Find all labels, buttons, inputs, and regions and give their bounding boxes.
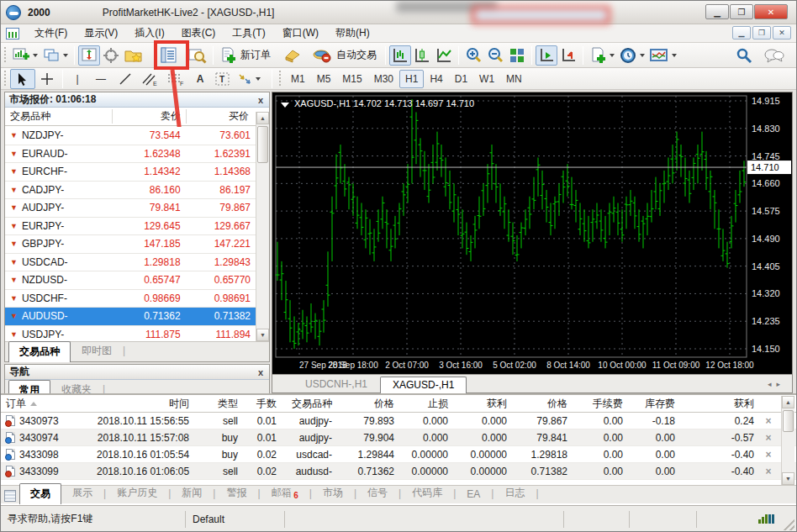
column-commission[interactable]: 手续费 xyxy=(573,397,628,411)
tab-scroll-icons[interactable]: ◂▸ xyxy=(768,380,785,388)
market-watch-row[interactable]: ▼USDJPY-111.875111.894 xyxy=(5,326,256,342)
scroll-down-icon[interactable]: ▼ xyxy=(782,472,794,485)
new-order-button[interactable]: 新订单 xyxy=(217,45,276,66)
maximize-button[interactable]: ❐ xyxy=(730,4,753,19)
column-time[interactable]: 时间 xyxy=(92,397,194,411)
timeframe-m15[interactable]: M15 xyxy=(336,70,367,88)
line-chart-mode-button[interactable] xyxy=(433,45,455,66)
tab-terminal-5[interactable]: 警报 xyxy=(215,482,257,503)
market-watch-row[interactable]: ▼USDCHF-0.986690.98691 xyxy=(5,290,256,308)
timeframe-mn[interactable]: MN xyxy=(500,70,528,88)
tab-terminal-2[interactable]: 展示 xyxy=(61,482,103,503)
scroll-up-icon[interactable]: ▲ xyxy=(256,112,269,124)
column-tp[interactable]: 获利 xyxy=(453,397,512,411)
resize-grip[interactable] xyxy=(781,517,794,530)
column-swap[interactable]: 库存费 xyxy=(628,397,680,411)
tab-terminal-8[interactable]: 信号 xyxy=(356,482,398,503)
terminal-scrollbar[interactable]: ▲ ▼ xyxy=(781,396,794,485)
indicators-button[interactable] xyxy=(587,45,617,66)
market-watch-toggle-button[interactable] xyxy=(78,45,100,66)
new-chart-button[interactable] xyxy=(10,45,40,66)
tab-terminal-6[interactable]: 邮箱 6 xyxy=(261,482,309,503)
market-watch-row[interactable]: ▼AUDJPY-79.84179.867 xyxy=(5,199,256,218)
zoom-out-button[interactable] xyxy=(484,45,506,66)
timeframe-h1[interactable]: H1 xyxy=(399,70,424,88)
timeframe-d1[interactable]: D1 xyxy=(449,70,473,88)
timeframe-m30[interactable]: M30 xyxy=(368,70,399,88)
status-profile[interactable]: Default xyxy=(186,511,285,528)
fibonacci-tool-button[interactable]: F xyxy=(162,69,189,89)
tab-terminal-3[interactable]: 账户历史 xyxy=(106,482,168,503)
terminal-grip-icon[interactable] xyxy=(4,490,16,502)
crosshair-tool-button[interactable] xyxy=(35,69,59,89)
strategy-tester-button[interactable] xyxy=(186,45,209,66)
market-watch-list-button[interactable] xyxy=(157,45,181,66)
column-price[interactable]: 价格 xyxy=(512,397,573,411)
zoom-in-button[interactable] xyxy=(462,45,484,66)
tile-windows-button[interactable] xyxy=(506,45,528,66)
tab-terminal-4[interactable]: 新闻 xyxy=(171,482,213,503)
order-row[interactable]: 34330992018.10.16 01:06:05sell0.02audusd… xyxy=(1,463,796,480)
order-row[interactable]: 34309742018.10.11 15:57:08buy0.01audjpy-… xyxy=(1,429,796,446)
close-order-icon[interactable]: × xyxy=(759,415,778,427)
menu-h[interactable]: 帮助(H) xyxy=(327,25,378,40)
minimize-button[interactable]: ▁ xyxy=(705,4,729,19)
navigator-toggle-button[interactable] xyxy=(122,45,145,66)
chart-shift-button[interactable] xyxy=(557,45,579,66)
templates-button[interactable] xyxy=(647,45,679,66)
cursor-tool-button[interactable] xyxy=(10,69,35,89)
menu-f[interactable]: 文件(F) xyxy=(26,25,76,40)
trendline-tool-button[interactable] xyxy=(113,69,137,89)
tab-terminal-7[interactable]: 市场 xyxy=(312,482,354,503)
auto-scroll-button[interactable] xyxy=(536,45,557,66)
chart-tab-1[interactable]: USDCNH-,H1 xyxy=(293,376,380,392)
column-symbol[interactable]: 交易品种 xyxy=(5,109,113,124)
close-order-icon[interactable]: × xyxy=(759,466,778,477)
order-row[interactable]: 34330982018.10.16 01:05:54buy0.02usdcad-… xyxy=(1,446,796,463)
bar-chart-mode-button[interactable] xyxy=(389,45,411,66)
column-ask[interactable]: 买价 xyxy=(187,109,254,124)
toolbar-grip[interactable] xyxy=(278,71,282,87)
market-watch-row[interactable]: ▼CADJPY-86.16086.197 xyxy=(5,182,256,200)
horizontal-line-tool-button[interactable]: — xyxy=(88,69,113,89)
scrollbar-thumb[interactable] xyxy=(257,126,268,163)
tab-terminal-9[interactable]: 代码库 xyxy=(401,482,453,503)
timeframe-h4[interactable]: H4 xyxy=(424,70,448,88)
toolbar-grip[interactable] xyxy=(3,47,8,64)
market-watch-row[interactable]: ▼EURAUD-1.623481.62391 xyxy=(5,145,256,164)
tab-market-watch-1[interactable]: 交易品种 xyxy=(8,341,71,362)
column-type[interactable]: 类型 xyxy=(194,397,243,411)
close-order-icon[interactable]: × xyxy=(759,432,778,444)
scroll-down-icon[interactable]: ▼ xyxy=(256,329,269,341)
chart-tab-2[interactable]: XAGUSD-,H1 xyxy=(380,377,467,393)
close-icon[interactable]: x xyxy=(256,95,265,105)
market-watch-row[interactable]: ▼USDCAD-1.298181.29843 xyxy=(5,254,256,272)
market-watch-row[interactable]: ▼AUDUSD-0.713620.71382 xyxy=(5,308,256,326)
chat-icon[interactable] xyxy=(764,47,784,64)
column-order[interactable]: 订单 xyxy=(1,397,92,411)
menu-w[interactable]: 窗口(W) xyxy=(274,25,327,40)
menu-c[interactable]: 图表(C) xyxy=(173,25,224,40)
tab-terminal-11[interactable]: 日志 xyxy=(494,482,536,503)
mdi-restore-button[interactable]: ❐ xyxy=(752,26,771,40)
scrollbar-thumb[interactable] xyxy=(783,410,794,432)
search-icon[interactable] xyxy=(736,47,752,64)
tab-market-watch-2[interactable]: 即时图 xyxy=(71,340,123,361)
menu-v[interactable]: 显示(V) xyxy=(76,25,126,40)
timeframe-m1[interactable]: M1 xyxy=(285,70,311,88)
close-icon[interactable]: x xyxy=(256,367,265,377)
market-watch-row[interactable]: ▼NZDUSD-0.657470.65770 xyxy=(5,271,256,290)
market-watch-row[interactable]: ▼EURJPY-129.645129.667 xyxy=(5,218,256,236)
mdi-minimize-button[interactable]: ▁ xyxy=(732,26,751,40)
chart-mdi-icon[interactable] xyxy=(6,28,19,40)
tab-terminal-10[interactable]: EA xyxy=(456,485,491,503)
periods-button[interactable] xyxy=(617,45,647,66)
profiles-button[interactable] xyxy=(40,45,71,66)
market-watch-row[interactable]: ▼GBPJPY-147.185147.221 xyxy=(5,235,256,254)
column-sl[interactable]: 止损 xyxy=(399,397,453,411)
close-button[interactable]: ✕ xyxy=(754,4,788,19)
text-label-tool-button[interactable]: T xyxy=(211,69,235,89)
autotrading-button[interactable]: 自动交易 xyxy=(309,45,382,66)
timeframe-w1[interactable]: W1 xyxy=(473,70,500,88)
market-watch-row[interactable]: ▼EURCHF-1.143421.14368 xyxy=(5,163,256,182)
